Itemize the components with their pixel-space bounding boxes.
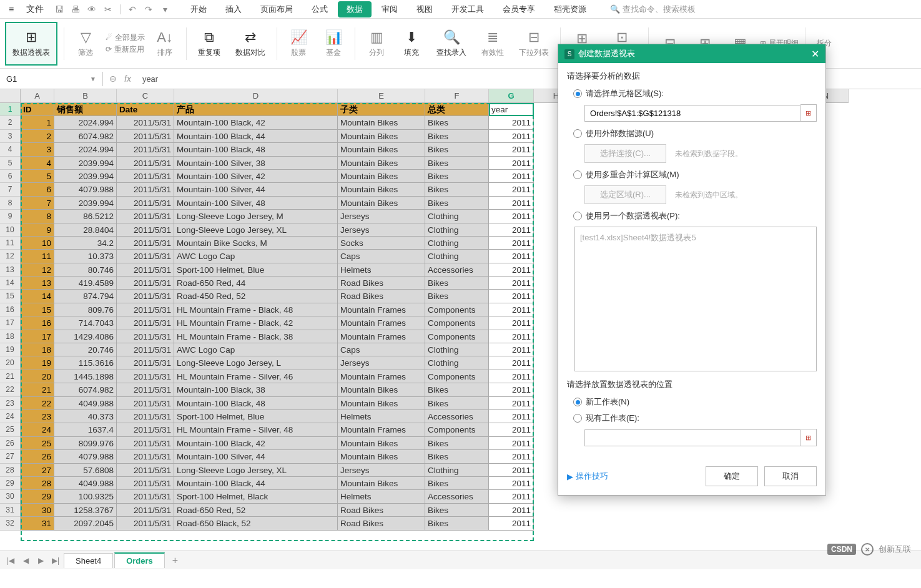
tab-prev-icon[interactable]: ◀	[19, 556, 32, 565]
radio-new-sheet[interactable]: 新工作表(N)	[573, 396, 817, 408]
cell[interactable]: Accessories	[425, 490, 489, 503]
cell[interactable]: 2011	[489, 183, 534, 196]
cell[interactable]: 2	[21, 130, 54, 143]
col-header-D[interactable]: D	[174, 89, 338, 102]
cell[interactable]: 2011	[489, 263, 534, 277]
cell[interactable]: Mountain Bike Socks, M	[174, 237, 338, 250]
close-icon[interactable]: ✕	[811, 48, 819, 60]
cell[interactable]: Road-650 Red, 52	[174, 504, 338, 517]
tab-审阅[interactable]: 审阅	[373, 1, 406, 17]
cell[interactable]: 2011	[489, 290, 534, 303]
row-header[interactable]: 30	[0, 490, 20, 503]
col-header-C[interactable]: C	[117, 89, 174, 102]
header-cell[interactable]: 产品	[174, 103, 338, 116]
cell[interactable]: Mountain-100 Silver, 38	[174, 157, 338, 170]
cell[interactable]: 2011	[489, 490, 534, 503]
cell[interactable]: Caps	[338, 343, 425, 356]
validity-button[interactable]: ≣ 有效性	[476, 22, 509, 66]
cell[interactable]: Components	[425, 423, 489, 436]
tab-数据[interactable]: 数据	[338, 1, 372, 17]
cell[interactable]: 2011/5/31	[117, 423, 174, 436]
row-header[interactable]: 1	[0, 103, 20, 116]
cell[interactable]: Mountain-100 Black, 44	[174, 130, 338, 143]
cell[interactable]: 4049.988	[54, 397, 117, 410]
cell[interactable]: HL Mountain Frame - Silver, 46	[174, 370, 338, 383]
cell[interactable]: 2011/5/31	[117, 397, 174, 410]
cell[interactable]: HL Mountain Frame - Black, 38	[174, 330, 338, 343]
cell[interactable]: 19	[21, 356, 54, 370]
row-header[interactable]: 29	[0, 477, 20, 490]
cell[interactable]: 2011/5/31	[117, 517, 174, 530]
cell[interactable]: 2097.2045	[54, 517, 117, 530]
pivot-table-button[interactable]: ⊞ 数据透视表	[5, 22, 57, 66]
cell[interactable]: 3	[21, 143, 54, 156]
cell[interactable]: 27	[21, 464, 54, 477]
cell[interactable]: Sport-100 Helmet, Blue	[174, 263, 338, 277]
cell[interactable]: Mountain Bikes	[338, 143, 425, 156]
cell[interactable]: Mountain-100 Silver, 44	[174, 450, 338, 463]
cell[interactable]: 2011	[489, 170, 534, 183]
cell[interactable]: Long-Sleeve Logo Jersey, XL	[174, 464, 338, 477]
col-header-E[interactable]: E	[338, 89, 425, 102]
cell[interactable]: Components	[425, 303, 489, 316]
cell[interactable]: 34.2	[54, 237, 117, 250]
cell[interactable]: 10.373	[54, 250, 117, 263]
row-header[interactable]: 11	[0, 237, 20, 250]
row-header[interactable]: 19	[0, 343, 20, 356]
cell[interactable]: Bikes	[425, 170, 489, 183]
cell[interactable]: Mountain Bikes	[338, 450, 425, 463]
row-header[interactable]: 26	[0, 437, 20, 450]
row-header[interactable]: 18	[0, 330, 20, 343]
range-selector-icon[interactable]: ⊞	[800, 104, 817, 122]
cell[interactable]: 2011/5/31	[117, 197, 174, 210]
sheet-tab-orders[interactable]: Orders	[114, 552, 165, 568]
range-selector-icon[interactable]: ⊞	[800, 429, 817, 446]
sort-button[interactable]: A↓ 排序	[150, 22, 180, 66]
cell[interactable]: 2039.994	[54, 157, 117, 170]
row-header[interactable]: 12	[0, 250, 20, 263]
cell[interactable]: 7	[21, 197, 54, 210]
cell[interactable]: Mountain-100 Black, 48	[174, 143, 338, 156]
cell[interactable]: 2011	[489, 410, 534, 423]
cell[interactable]: Jerseys	[338, 356, 425, 370]
cell[interactable]: 2011/5/31	[117, 437, 174, 450]
cell[interactable]: Clothing	[425, 223, 489, 237]
cut-icon[interactable]: ✂	[101, 2, 115, 16]
cell[interactable]: Mountain Bikes	[338, 477, 425, 490]
cell[interactable]: AWC Logo Cap	[174, 343, 338, 356]
cell[interactable]: 10	[21, 237, 54, 250]
tab-开发工具[interactable]: 开发工具	[443, 1, 493, 17]
cell[interactable]: 419.4589	[54, 277, 117, 290]
cell[interactable]: 6074.982	[54, 130, 117, 143]
qat-dropdown-icon[interactable]: ▾	[158, 2, 172, 16]
cell[interactable]: 28.8404	[54, 223, 117, 237]
row-header[interactable]: 7	[0, 183, 20, 196]
cell[interactable]: Bikes	[425, 197, 489, 210]
radio-cell-range[interactable]: 请选择单元格区域(S):	[573, 88, 817, 99]
cell[interactable]: 30	[21, 504, 54, 517]
cell[interactable]: 2011/5/31	[117, 183, 174, 196]
hamburger-icon[interactable]: ≡	[5, 4, 17, 14]
cell[interactable]: 2011/5/31	[117, 116, 174, 129]
cell[interactable]: Mountain Bikes	[338, 170, 425, 183]
cell[interactable]: 8	[21, 210, 54, 223]
cell[interactable]: Long-Sleeve Logo Jersey, XL	[174, 223, 338, 237]
name-box[interactable]: G1 ▼	[0, 72, 103, 86]
tab-页面布局[interactable]: 页面布局	[252, 1, 302, 17]
cell[interactable]: Bikes	[425, 157, 489, 170]
tab-开始[interactable]: 开始	[182, 1, 215, 17]
row-header[interactable]: 17	[0, 316, 20, 330]
cell[interactable]: Mountain-100 Silver, 42	[174, 170, 338, 183]
cell[interactable]: 2011	[489, 423, 534, 436]
cell[interactable]: 2024.994	[54, 116, 117, 129]
cell[interactable]: Components	[425, 370, 489, 383]
radio-external-source[interactable]: 使用外部数据源(U)	[573, 128, 817, 139]
cell[interactable]: Bikes	[425, 290, 489, 303]
cell[interactable]: 1637.4	[54, 423, 117, 436]
cell[interactable]: Mountain-100 Black, 38	[174, 383, 338, 396]
cell[interactable]: 874.794	[54, 290, 117, 303]
cell[interactable]: 4079.988	[54, 450, 117, 463]
preview-icon[interactable]: 👁	[85, 2, 99, 16]
cell[interactable]: Road-650 Red, 44	[174, 277, 338, 290]
save-icon[interactable]: 🖫	[52, 2, 66, 16]
